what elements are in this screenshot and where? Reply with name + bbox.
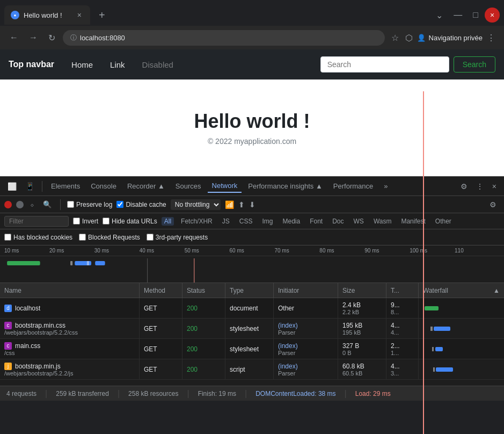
cell-type-3: script [225,359,274,379]
filter-type-css[interactable]: CSS [237,217,255,226]
navbar-search-input[interactable] [320,56,449,73]
devtools-close-icon[interactable]: × [489,180,500,193]
devtools-settings-icon[interactable]: ⚙ [457,180,471,193]
invert-label[interactable]: Invert [73,218,98,225]
filter-type-all[interactable]: All [162,217,174,226]
disable-cache-checkbox[interactable] [116,201,123,208]
status-load: Load: 29 ms [355,390,391,397]
filter-type-doc[interactable]: Doc [330,217,346,226]
table-header: Name Method Status Type Initiator Size T… [0,283,504,298]
new-tab-button[interactable]: + [94,7,109,24]
cell-initiator-1: (index) Parser [274,319,338,338]
filter-input[interactable] [4,216,69,227]
filter-type-wasm[interactable]: Wasm [371,217,395,226]
website-area: Top navbar Home Link Disabled Search Hel… [0,49,504,176]
disable-cache-label[interactable]: Disable cache [116,201,166,208]
hide-data-label[interactable]: Hide data URLs [103,218,157,225]
cell-name-bootstrap-css: c bootstrap.min.css /webjars/bootstrap/5… [0,319,140,338]
address-input[interactable]: ⓘ localhost:8080 [63,30,385,46]
col-waterfall[interactable]: Waterfall ▲ [419,283,504,298]
col-size[interactable]: Size [338,283,386,298]
panel-network[interactable]: Network [208,179,242,193]
table-row[interactable]: d localhost GET 200 document Other 2.4 k… [0,298,504,319]
navbar-link-link[interactable]: Link [106,58,129,71]
cell-time-1: 4... 4... [386,319,419,338]
has-blocked-checkbox[interactable] [4,234,11,241]
timeline-mark-90: 90 ms [364,248,410,254]
panel-console[interactable]: Console [86,180,121,192]
profile-button[interactable]: 👤 Navigation privée [417,34,483,42]
timeline-ruler: 10 ms 20 ms 30 ms 40 ms 50 ms 60 ms 70 m… [0,245,504,256]
waterfall-wait [432,347,434,351]
col-type[interactable]: Type [225,283,274,298]
filter-type-other[interactable]: Other [433,217,454,226]
window-close-button[interactable]: × [485,8,500,23]
cell-size-2: 327 B 0 B [338,339,386,359]
filter-type-img[interactable]: Img [259,217,275,226]
panel-performance-insights[interactable]: Performance insights ▲ [244,180,327,192]
devtools-inspect-icon[interactable]: ⬜ [4,180,20,193]
timeline-mark-60: 60 ms [230,248,275,254]
filter-type-ws[interactable]: WS [351,217,367,226]
dropdown-button[interactable]: ⌄ [432,8,447,23]
clear-button[interactable] [16,201,24,208]
tab-close-button[interactable]: × [75,10,84,20]
panel-elements[interactable]: Elements [47,180,84,192]
hide-data-checkbox[interactable] [103,218,109,225]
network-table[interactable]: Name Method Status Type Initiator Size T… [0,283,504,386]
preserve-log-label[interactable]: Preserve log [67,201,112,208]
col-initiator[interactable]: Initiator [274,283,338,298]
col-time[interactable]: T... [386,283,419,298]
forward-button[interactable]: → [26,31,41,45]
filter-type-font[interactable]: Font [307,217,325,226]
panel-more[interactable]: » [379,180,392,192]
col-method[interactable]: Method [140,283,182,298]
navbar-search-group: Search [320,56,495,73]
status-finish: Finish: 19 ms [198,390,236,397]
back-button[interactable]: ← [6,31,21,45]
table-row[interactable]: c bootstrap.min.css /webjars/bootstrap/5… [0,319,504,339]
third-party-text: 3rd-party requests [156,234,208,241]
filter-type-fetch[interactable]: Fetch/XHR [178,217,215,226]
panel-sources[interactable]: Sources [171,180,206,192]
status-bar: 4 requests | 259 kB transferred | 258 kB… [0,386,504,401]
preserve-log-checkbox[interactable] [67,201,74,208]
minimize-button[interactable]: — [449,8,466,22]
blocked-requests-label[interactable]: Blocked Requests [79,234,140,241]
bookmark-button[interactable]: ☆ [389,31,401,45]
maximize-button[interactable]: □ [469,8,483,22]
devtools-device-icon[interactable]: 📱 [22,180,38,193]
tab-panel-button[interactable]: ⬡ [403,31,415,45]
network-toolbar: ⬦ 🔍 Preserve log Disable cache No thrott… [0,196,504,213]
cell-type-2: stylesheet [225,339,274,359]
record-button[interactable] [4,201,12,208]
panel-recorder[interactable]: Recorder ▲ [123,180,169,192]
col-name[interactable]: Name [0,283,140,298]
svg-rect-1 [70,261,72,265]
cell-size-3: 60.8 kB 60.5 kB [338,359,386,379]
filter-type-js[interactable]: JS [220,217,232,226]
address-bar: ← → ↻ ⓘ localhost:8080 ☆ ⬡ 👤 Navigation … [0,26,504,49]
table-row[interactable]: c main.css /css GET 200 stylesheet (inde… [0,339,504,359]
menu-button[interactable]: ⋮ [485,31,498,45]
throttle-select[interactable]: No throttling [171,199,221,210]
filter-type-media[interactable]: Media [280,217,303,226]
navbar-search-button[interactable]: Search [454,56,495,73]
page-subtitle: © 2022 myapplication.com [208,137,296,146]
has-blocked-text: Has blocked cookies [13,234,72,241]
active-tab[interactable]: Hello world ! × [4,5,90,25]
navbar-link-home[interactable]: Home [67,58,97,71]
table-row[interactable]: j bootstrap.min.js /webjars/bootstrap/5.… [0,359,504,380]
network-settings-icon[interactable]: ⚙ [486,198,500,211]
cell-size-0: 2.4 kB 2.2 kB [338,298,386,318]
blocked-requests-checkbox[interactable] [79,234,86,241]
devtools-more-icon[interactable]: ⋮ [473,180,487,193]
third-party-checkbox[interactable] [147,234,154,241]
invert-checkbox[interactable] [73,218,80,225]
refresh-button[interactable]: ↻ [45,31,59,45]
panel-performance[interactable]: Performance [329,180,377,192]
upload-icon: ⬆ [238,200,245,209]
has-blocked-label[interactable]: Has blocked cookies [4,234,72,241]
col-status[interactable]: Status [182,283,225,298]
third-party-label[interactable]: 3rd-party requests [147,234,208,241]
